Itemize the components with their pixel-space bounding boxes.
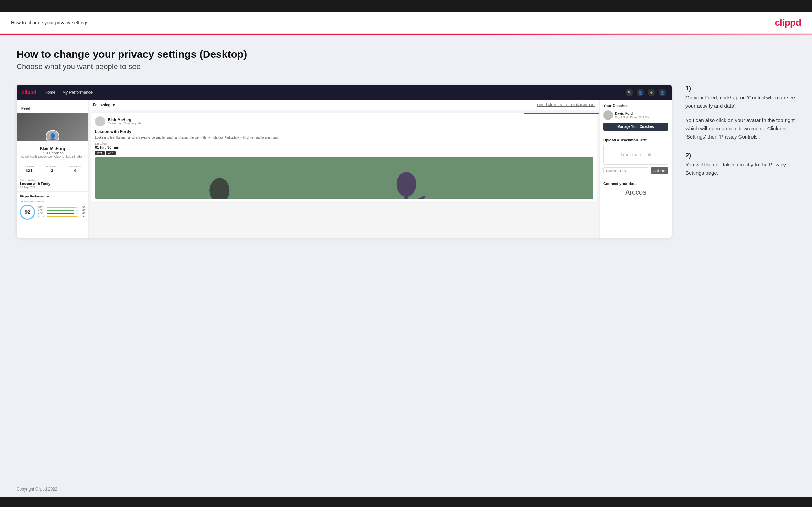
following-stat: Following 4 bbox=[69, 165, 81, 173]
person-icon[interactable]: 👤 bbox=[637, 89, 644, 96]
app-nav: clippd Home My Performance 🔍 👤 ⊕ 👤 bbox=[17, 85, 672, 100]
top-bar bbox=[0, 0, 812, 12]
trackman-section: Upload a Trackman Test Trackman Link Add… bbox=[600, 134, 672, 178]
coaches-section: Your Coaches David Ford Royal North Devo… bbox=[600, 100, 672, 134]
followers-stat: Followers 3 bbox=[46, 165, 58, 173]
app-body: Feed 👤 Blair McHarg Plus Handicap Royal … bbox=[17, 100, 672, 238]
red-arrow-line bbox=[524, 113, 599, 114]
activities-stat: Activities 131 bbox=[24, 165, 35, 173]
tag-ott: OTT bbox=[95, 151, 105, 155]
activity-image bbox=[95, 157, 593, 199]
plus-circle-icon[interactable]: ⊕ bbox=[648, 89, 655, 96]
trackman-input-row: Add Link bbox=[603, 167, 668, 174]
arccos-logo: Arccos bbox=[603, 188, 668, 196]
app-nav-icons: 🔍 👤 ⊕ 👤 bbox=[626, 89, 666, 96]
activity-duration-value: 01 hr : 30 min bbox=[95, 145, 593, 150]
connect-section: Connect your data Arccos bbox=[600, 178, 672, 200]
svg-rect-0 bbox=[95, 157, 593, 199]
app-feed: Following ▼ Control who can see your act… bbox=[89, 100, 599, 238]
app-nav-home[interactable]: Home bbox=[44, 90, 55, 95]
footer-copyright: Copyright Clippd 2022 bbox=[17, 487, 57, 492]
step1-note: You can also click on your avatar in the… bbox=[685, 116, 795, 141]
clippd-logo: clippd bbox=[775, 17, 801, 28]
profile-image-area: 👤 bbox=[17, 113, 88, 141]
manage-coaches-button[interactable]: Manage Your Coaches bbox=[603, 123, 668, 131]
profile-avatar: 👤 bbox=[46, 130, 59, 141]
activity-duration-label: Duration bbox=[95, 142, 593, 145]
avatar-icon[interactable]: 👤 bbox=[659, 89, 666, 96]
app-nav-items: Home My Performance bbox=[44, 90, 93, 95]
feed-tab: Feed bbox=[17, 103, 88, 113]
site-header: How to change your privacy settings clip… bbox=[0, 12, 812, 34]
step1-number: 1) bbox=[685, 85, 795, 92]
bar-arg: ARG 86 bbox=[38, 212, 85, 214]
app-screenshot: clippd Home My Performance 🔍 👤 ⊕ 👤 Feed bbox=[17, 85, 672, 238]
profile-stats: Activities 131 Followers 3 Following 4 bbox=[17, 162, 88, 176]
quality-bars: OTT 90 APP 85 ARG bbox=[38, 206, 85, 218]
step1-text: On your Feed, click/tap on 'Control who … bbox=[685, 93, 795, 110]
step2-number: 2) bbox=[685, 152, 795, 159]
connect-title: Connect your data bbox=[603, 181, 668, 186]
coach-item: David Ford Royal North Devon Golf Club bbox=[603, 110, 668, 120]
app-right-panel: Your Coaches David Ford Royal North Devo… bbox=[599, 100, 672, 238]
coach-avatar bbox=[603, 110, 613, 120]
coaches-title: Your Coaches bbox=[603, 103, 668, 108]
site-footer: Copyright Clippd 2022 bbox=[0, 480, 812, 497]
profile-name: Blair McHarg bbox=[20, 146, 85, 151]
main-content: How to change your privacy settings (Des… bbox=[0, 35, 812, 480]
tag-app: APP bbox=[106, 151, 116, 155]
latest-activity-section: Latest Activity Lesson with Fordy 03 Aug… bbox=[17, 176, 88, 191]
bar-app: APP 85 bbox=[38, 209, 85, 211]
control-privacy-link[interactable]: Control who can see your activity and da… bbox=[537, 103, 595, 107]
activity-person-avatar bbox=[95, 116, 105, 126]
bottom-bar bbox=[0, 497, 812, 507]
instruction-step2: 2) You will then be taken directly to th… bbox=[685, 152, 795, 177]
page-subheading: Choose what you want people to see bbox=[17, 62, 795, 71]
coach-info: David Ford Royal North Devon Golf Club bbox=[615, 112, 650, 119]
quality-layout: 92 OTT 90 APP 85 bbox=[20, 205, 85, 220]
step2-text: You will then be taken directly to the P… bbox=[685, 161, 795, 177]
feed-header: Following ▼ Control who can see your act… bbox=[89, 100, 599, 110]
activity-person-info: Blair McHarg Yesterday · Sunningdale bbox=[108, 118, 141, 125]
app-sidebar: Feed 👤 Blair McHarg Plus Handicap Royal … bbox=[17, 100, 89, 238]
profile-info: Blair McHarg Plus Handicap Royal North D… bbox=[17, 141, 88, 162]
activity-card: Blair McHarg Yesterday · Sunningdale Les… bbox=[91, 113, 597, 202]
svg-point-6 bbox=[397, 172, 416, 196]
trackman-link-input[interactable] bbox=[603, 167, 649, 174]
content-layout: clippd Home My Performance 🔍 👤 ⊕ 👤 Feed bbox=[17, 85, 795, 238]
search-icon[interactable]: 🔍 bbox=[626, 89, 633, 96]
activity-tags: OTT APP bbox=[95, 151, 593, 155]
instructions-column: 1) On your Feed, click/tap on 'Control w… bbox=[685, 85, 795, 188]
page-heading: How to change your privacy settings (Des… bbox=[17, 48, 795, 60]
quality-circle: 92 bbox=[20, 205, 35, 220]
activity-header: Blair McHarg Yesterday · Sunningdale bbox=[95, 116, 593, 126]
profile-handicap: Plus Handicap bbox=[20, 151, 85, 155]
following-button[interactable]: Following ▼ bbox=[93, 103, 116, 107]
add-link-button[interactable]: Add Link bbox=[651, 167, 668, 174]
bar-putt: PUTT 96 bbox=[38, 215, 85, 218]
trackman-placeholder-box: Trackman Link bbox=[603, 145, 668, 165]
app-nav-performance[interactable]: My Performance bbox=[62, 90, 93, 95]
app-logo: clippd bbox=[22, 90, 36, 95]
bar-ott: OTT 90 bbox=[38, 206, 85, 208]
header-breadcrumb: How to change your privacy settings bbox=[11, 20, 88, 25]
instruction-step1: 1) On your Feed, click/tap on 'Control w… bbox=[685, 85, 795, 141]
trackman-title: Upload a Trackman Test bbox=[603, 138, 668, 142]
profile-club: Royal North Devon Golf Club, United King… bbox=[20, 155, 85, 158]
player-performance-section: Player Performance Total Player Quality … bbox=[17, 191, 88, 222]
